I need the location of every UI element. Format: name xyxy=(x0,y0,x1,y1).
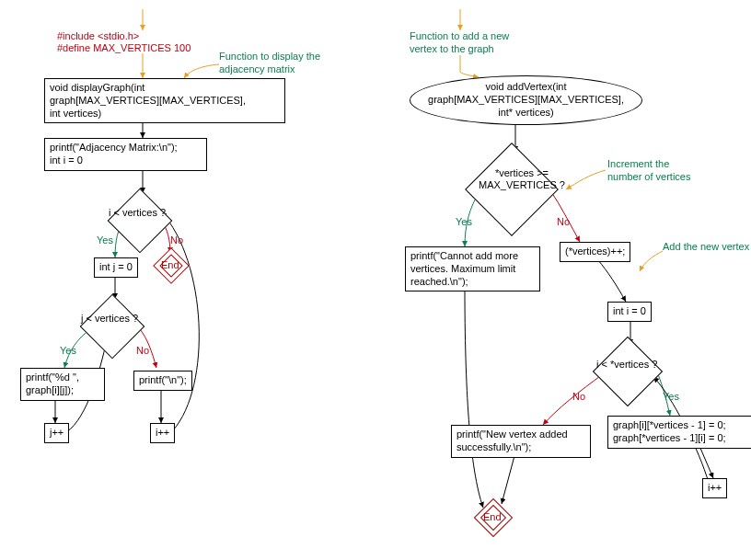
diamond-max-text: *vertices >= MAX_VERTICES ? xyxy=(479,167,565,191)
box-zero-graph: graph[i][*vertices - 1] = 0; graph[*vert… xyxy=(607,416,751,449)
label-no-max: No xyxy=(557,216,570,227)
diamond-i-text: i < vertices ? xyxy=(109,207,166,219)
label-yes: Yes xyxy=(97,234,113,246)
text: (*vertices)++; xyxy=(565,246,625,257)
box-init-i: printf("Adjacency Matrix:\n"); int i = 0 xyxy=(44,138,207,171)
end-text-right: End xyxy=(483,511,502,522)
text: graph[i][*vertices - 1] = 0; graph[*vert… xyxy=(613,419,726,443)
box-i0-right: int i = 0 xyxy=(607,302,652,322)
text: void displayGraph(int graph[MAX_VERTICES… xyxy=(50,82,246,119)
label-no-pv: No xyxy=(572,391,585,402)
box-vertices-pp: (*vertices)++; xyxy=(560,242,630,262)
ellipse-addvertex-signature: void addVertex(int graph[MAX_VERTICES][M… xyxy=(410,75,642,125)
text: i++ xyxy=(708,482,722,493)
diamond-j-text: j < vertices ? xyxy=(81,313,138,325)
text: printf("\n"); xyxy=(139,374,187,385)
box-ipp-right: i++ xyxy=(702,478,727,498)
text: i++ xyxy=(156,427,169,438)
text: j++ xyxy=(50,427,64,438)
comment-display-func: Function to display the adjacency matrix xyxy=(219,51,320,76)
comment-add-vertex: Add the new vertex xyxy=(663,241,749,254)
text: int i = 0 xyxy=(613,305,646,316)
text: int j = 0 xyxy=(99,261,133,272)
label-yes-pv: Yes xyxy=(663,391,679,402)
box-print-ln: printf("\n"); xyxy=(133,371,192,391)
box-success: printf("New vertex added successfully.\n… xyxy=(451,425,591,458)
text: printf("New vertex added successfully.\n… xyxy=(456,429,568,452)
diamond-i-pv-text: i < *vertices ? xyxy=(596,359,657,371)
label-yes-j: Yes xyxy=(60,345,76,356)
box-cannot-add: printf("Cannot add more vertices. Maximu… xyxy=(405,246,540,291)
box-ipp-left: i++ xyxy=(150,423,175,443)
end-text-left: End xyxy=(161,259,179,270)
comment-increment: Increment the number of vertices xyxy=(607,158,690,184)
label-no-j: No xyxy=(136,345,149,356)
box-j0: int j = 0 xyxy=(94,257,138,278)
text: printf("Cannot add more vertices. Maximu… xyxy=(410,250,518,287)
label-no: No xyxy=(170,234,183,246)
include-directive: #include <stdio.h> xyxy=(57,30,139,43)
text: printf("%d ", graph[i][j]); xyxy=(26,371,79,395)
box-jpp: j++ xyxy=(44,423,69,443)
text: printf("Adjacency Matrix:\n"); int i = 0 xyxy=(50,142,178,166)
comment-addvertex-func: Function to add a new vertex to the grap… xyxy=(410,30,509,56)
define-directive: #define MAX_VERTICES 100 xyxy=(57,42,191,55)
text: void addVertex(int graph[MAX_VERTICES][M… xyxy=(428,81,624,119)
label-yes-max: Yes xyxy=(456,216,472,227)
box-display-signature: void displayGraph(int graph[MAX_VERTICES… xyxy=(44,78,285,123)
box-print-cell: printf("%d ", graph[i][j]); xyxy=(20,368,105,401)
